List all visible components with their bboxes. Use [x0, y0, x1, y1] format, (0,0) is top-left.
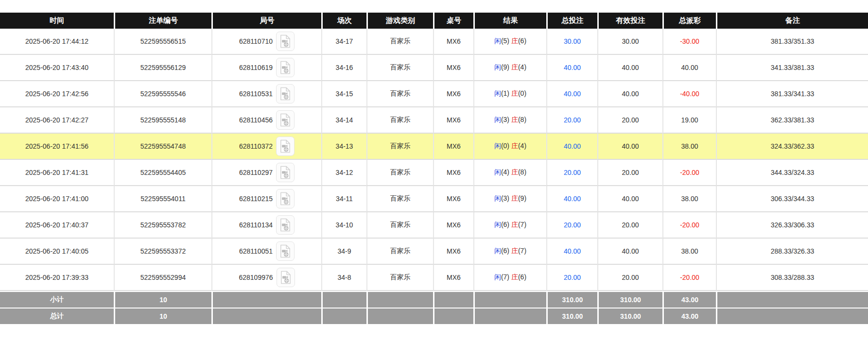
cell-table-no: MX6: [433, 160, 473, 186]
column-header-time: 时间: [0, 13, 114, 29]
result-player-label: 闲: [494, 194, 501, 202]
cell-remark: 326.33/306.33: [716, 212, 868, 239]
video-replay-button[interactable]: [276, 163, 295, 182]
video-file-icon: [279, 218, 292, 232]
cell-time: 2025-06-20 17:40:05: [0, 239, 114, 265]
result-banker-label: 庄: [511, 247, 518, 255]
cell-time: 2025-06-20 17:44:12: [0, 29, 114, 55]
video-replay-button[interactable]: [277, 268, 295, 287]
video-file-icon: [279, 34, 292, 48]
result-banker-label: 庄: [511, 116, 518, 123]
result-player-label: 闲: [494, 247, 501, 255]
cell-time: 2025-06-20 17:42:27: [0, 107, 114, 134]
table-row: 2025-06-20 17:41:00 522595554011 6281102…: [0, 186, 868, 212]
cell-table-no: MX6: [433, 239, 473, 265]
cell-session: 34-8: [321, 265, 366, 291]
summary-valid-bet: 310.00: [597, 308, 662, 324]
cell-payout: 38.00: [662, 239, 716, 265]
video-replay-button[interactable]: [276, 58, 295, 77]
cell-bet-id: 522595556515: [114, 29, 211, 55]
result-banker-score: (6): [518, 37, 526, 45]
cell-bet-id: 522595554011: [114, 186, 211, 212]
cell-valid-bet: 40.00: [597, 55, 662, 81]
summary-empty-game-type: [366, 308, 433, 324]
video-replay-button[interactable]: [276, 32, 295, 51]
summary-row: 小计 10 310.00 310.00 43.00: [0, 291, 868, 308]
cell-table-no: MX6: [433, 134, 473, 160]
result-player-score: (3): [501, 116, 509, 123]
summary-payout: 43.00: [662, 291, 716, 308]
result-banker-label: 庄: [511, 37, 518, 45]
result-banker-score: (7): [518, 221, 526, 228]
cell-game-type: 百家乐: [366, 212, 433, 239]
video-file-icon: [279, 166, 292, 179]
video-replay-button[interactable]: [276, 110, 295, 130]
table-row: 2025-06-20 17:39:33 522595552994 6281099…: [0, 265, 868, 291]
column-header-round_id: 局号: [211, 13, 321, 29]
cell-payout: -40.00: [662, 81, 716, 107]
cell-result: 闲(4) 庄(8): [473, 160, 546, 186]
cell-game-type: 百家乐: [366, 29, 433, 55]
cell-table-no: MX6: [433, 265, 473, 291]
cell-bet-id: 522595556129: [114, 55, 211, 81]
cell-result: 闲(3) 庄(9): [473, 186, 546, 212]
cell-table-no: MX6: [433, 186, 473, 212]
summary-total-bet: 310.00: [546, 308, 597, 324]
round-id: 628110051: [239, 247, 273, 255]
video-file-icon: [279, 192, 292, 206]
cell-time: 2025-06-20 17:42:56: [0, 81, 114, 107]
round-id: 628110619: [239, 64, 273, 71]
cell-session: 34-13: [321, 134, 366, 160]
result-banker-label: 庄: [511, 63, 518, 71]
result-banker-score: (6): [518, 273, 526, 281]
cell-result: 闲(3) 庄(8): [473, 107, 546, 134]
cell-game-type: 百家乐: [366, 265, 433, 291]
cell-bet-id: 522595555546: [114, 81, 211, 107]
column-header-payout: 总派彩: [662, 13, 716, 29]
video-replay-button[interactable]: [276, 137, 295, 156]
cell-game-type: 百家乐: [366, 107, 433, 134]
video-replay-button[interactable]: [276, 215, 295, 235]
cell-time: 2025-06-20 17:41:56: [0, 134, 114, 160]
video-file-icon: [279, 139, 292, 153]
round-id: 628109976: [239, 274, 273, 281]
summary-count: 10: [114, 308, 211, 324]
video-replay-button[interactable]: [276, 84, 295, 103]
cell-remark: 344.33/324.33: [716, 160, 868, 186]
cell-session: 34-9: [321, 239, 366, 265]
cell-session: 34-12: [321, 160, 366, 186]
video-file-icon: [279, 113, 292, 127]
result-player-score: (4): [501, 168, 509, 176]
result-player-label: 闲: [494, 273, 501, 281]
video-replay-button[interactable]: [276, 241, 295, 261]
video-replay-button[interactable]: [276, 189, 295, 208]
cell-bet-id: 522595553782: [114, 212, 211, 239]
cell-round: 628110134: [211, 212, 321, 239]
summary-empty-table-no: [433, 291, 473, 308]
result-banker-score: (0): [518, 89, 526, 97]
cell-remark: 362.33/381.33: [716, 107, 868, 134]
summary-empty-game-type: [366, 291, 433, 308]
round-id: 628110531: [239, 90, 273, 98]
cell-round: 628109976: [211, 265, 321, 291]
cell-payout: -20.00: [662, 212, 716, 239]
result-player-score: (6): [501, 247, 509, 255]
cell-result: 闲(0) 庄(4): [473, 134, 546, 160]
column-header-result: 结果: [473, 13, 546, 29]
result-player-label: 闲: [494, 221, 501, 228]
round-id: 628110134: [239, 221, 273, 229]
result-player-score: (7): [501, 273, 509, 281]
result-player-score: (1): [501, 89, 509, 97]
cell-bet-id: 522595553372: [114, 239, 211, 265]
summary-empty-remark: [716, 308, 868, 324]
cell-total-bet: 20.00: [546, 212, 597, 239]
column-header-total_bet: 总投注: [546, 13, 597, 29]
cell-session: 34-10: [321, 212, 366, 239]
table-row: 2025-06-20 17:41:31 522595554405 6281102…: [0, 160, 868, 186]
cell-remark: 341.33/381.33: [716, 55, 868, 81]
cell-bet-id: 522595554405: [114, 160, 211, 186]
summary-label: 小计: [0, 291, 114, 308]
cell-valid-bet: 40.00: [597, 81, 662, 107]
bet-history-page: 时间注单编号局号场次游戏类别桌号结果总投注有效投注总派彩备注 2025-06-2…: [0, 0, 868, 324]
summary-empty-session: [321, 308, 366, 324]
